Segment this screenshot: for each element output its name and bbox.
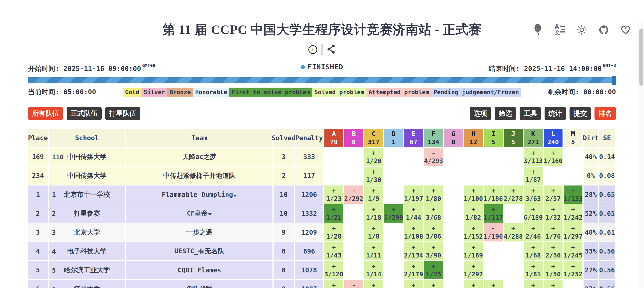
problem-cell-G: [444, 148, 463, 166]
action-button[interactable]: 排名: [594, 107, 616, 120]
problem-cell-K: +1/81: [524, 261, 542, 279]
problem-cell-G: [444, 280, 463, 288]
team-cell[interactable]: CQOI Flames: [126, 261, 272, 279]
problem-cell-J: [504, 148, 523, 166]
problem-cell-H: +1/169: [464, 242, 483, 260]
school-cell: 中国传媒大学: [49, 167, 125, 185]
penalty-cell: 1206: [295, 186, 323, 204]
problem-cell-M: +1/242: [564, 204, 582, 223]
team-name: Flammable Dumpling★: [126, 191, 272, 198]
problem-cell-K: +2/55: [524, 280, 542, 288]
team-row[interactable]: 169110中国传媒大学天降ac之梦3333+1/20-4/293+3/113+…: [28, 148, 616, 166]
school-name: 复旦大学: [74, 284, 100, 288]
problem-header-B: B0: [344, 129, 363, 147]
school-name: 北京大学: [74, 228, 100, 237]
legend-badge: Bronze: [167, 88, 193, 97]
team-cell[interactable]: 倒头就睡: [126, 280, 272, 288]
contest-progress-bar[interactable]: [28, 77, 616, 83]
balloon-icon[interactable]: [533, 24, 543, 36]
solved-cell: 8: [274, 242, 294, 260]
solved-cell: 10: [274, 186, 294, 204]
problem-cell-L: +1/160: [544, 148, 562, 166]
problem-cell-C: +2/27: [364, 280, 383, 288]
place-cell: 3: [28, 223, 48, 241]
problem-cell-H: [464, 148, 483, 166]
light-mode-icon[interactable]: [576, 24, 587, 36]
team-cell[interactable]: CF皇帝★: [126, 204, 272, 223]
legend-badge: Honorable: [193, 88, 229, 97]
legend-badge: Pending judgement/Frozen: [431, 88, 521, 97]
team-row[interactable]: 55哈尔滨工业大学CQOI Flames81078+3/120+1/14+2/1…: [28, 261, 616, 279]
github-icon[interactable]: [598, 24, 609, 36]
action-button[interactable]: 选项: [470, 107, 491, 120]
action-button[interactable]: 工具: [520, 107, 541, 120]
info-icon[interactable]: i: [308, 45, 317, 54]
dirt-cell: 27%: [584, 280, 598, 288]
dirt-cell: 52%: [584, 204, 598, 223]
solved-cell: 8: [274, 280, 294, 288]
favorite-icon[interactable]: [620, 24, 631, 36]
dirt-cell: 27%: [584, 261, 598, 279]
problem-cell-D: +5/299: [384, 204, 403, 223]
team-name: 倒头就睡: [126, 284, 272, 288]
team-row[interactable]: 234中国传媒大学中传赶紧修梯子并地道队2117+1/30+1/870%0.08: [28, 167, 616, 185]
problem-header-A: A79: [324, 129, 343, 147]
action-button-group: 选项筛选工具统计提交排名: [470, 107, 616, 120]
problem-cell-F: +3/68: [424, 204, 443, 223]
place-cell: 4: [28, 242, 48, 260]
problem-cell-H: [464, 167, 483, 185]
problem-cell-D: [384, 148, 403, 166]
top-divider: [0, 23, 638, 23]
problem-cell-D: [384, 261, 403, 279]
share-icon[interactable]: [327, 44, 336, 55]
filter-button[interactable]: 打星队伍: [105, 107, 140, 120]
problem-cell-J: +2/278: [504, 186, 523, 204]
team-cell[interactable]: UESTC_有无名队: [126, 242, 272, 260]
team-cell[interactable]: 一步之遥: [126, 223, 272, 241]
problem-cell-K: +1/87: [524, 167, 542, 185]
contest-status: FINISHED: [301, 63, 343, 71]
end-timezone: GMT+8: [603, 63, 616, 68]
penalty-cell: 1078: [295, 261, 323, 279]
se-cell: 0.61: [599, 223, 615, 241]
team-name: CQOI Flames: [126, 266, 272, 274]
team-row[interactable]: 66复旦大学倒头就睡81087+1/111-19/299+2/27+2/193+…: [28, 280, 616, 288]
team-row[interactable]: 22打星参赛CF皇帝★101332+1/21+1/18+5/299+1/44+3…: [28, 204, 616, 223]
status-dot-icon: [301, 65, 305, 69]
team-row[interactable]: 33北京大学一步之遥91209+1/28+1/8+1/108+3/86+1/15…: [28, 223, 616, 241]
vertical-scrollbar[interactable]: [638, 21, 644, 288]
problem-header-J: J5: [504, 129, 523, 147]
filter-button[interactable]: 所有队伍: [28, 107, 63, 120]
problem-cell-B: [344, 242, 363, 260]
team-row[interactable]: 11北京市十一学校Flammable Dumpling★101206+1/23-…: [28, 186, 616, 204]
problem-cell-K: +3/63: [524, 186, 542, 204]
solved-cell: 3: [274, 148, 294, 166]
team-cell[interactable]: 中传赶紧修梯子并地道队: [126, 167, 272, 185]
action-button[interactable]: 筛选: [494, 107, 516, 120]
progress-end-cap: [612, 76, 616, 85]
problem-cell-H: +1/82: [464, 204, 483, 223]
scoreboard-page: A文 第 11 届 CCPC 中国大学生程序设计竞赛济南站 - 正式赛 i 开始…: [0, 21, 644, 288]
penalty-cell: 333: [295, 148, 323, 166]
scrollbar-thumb[interactable]: [640, 29, 643, 86]
filter-button[interactable]: 正式队伍: [66, 107, 102, 120]
problem-cell-F: +1/25: [424, 261, 443, 279]
team-cell[interactable]: 天降ac之梦: [126, 148, 272, 166]
problem-cell-G: [444, 261, 463, 279]
place-cell: 2: [28, 204, 48, 223]
se-cell: 0.56: [599, 280, 615, 288]
problem-cell-J: [504, 280, 523, 288]
problem-header-D: D1: [384, 129, 403, 147]
team-cell[interactable]: Flammable Dumpling★: [126, 186, 272, 204]
problem-cell-B: [344, 167, 363, 185]
action-button[interactable]: 提交: [570, 107, 591, 120]
team-row[interactable]: 44电子科技大学UESTC_有无名队8896+1/43+1/11+2/134+3…: [28, 242, 616, 260]
problem-cell-B: [344, 261, 363, 279]
translate-icon[interactable]: A文: [555, 24, 565, 36]
action-button[interactable]: 统计: [544, 107, 566, 120]
problem-cell-F: [424, 167, 443, 185]
dirt-cell: 40%: [584, 223, 598, 241]
problem-cell-E: +1/197: [404, 186, 423, 204]
problem-header-I: I5: [484, 129, 503, 147]
problem-cell-H: +1/152: [464, 223, 483, 241]
